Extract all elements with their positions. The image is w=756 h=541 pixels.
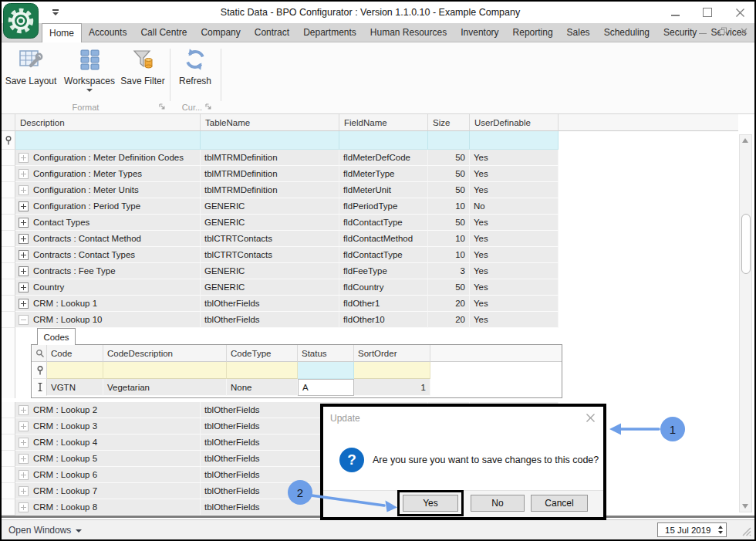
- scroll-down-icon[interactable]: [742, 504, 748, 509]
- question-icon: ?: [339, 448, 364, 472]
- table-row[interactable]: Configuration : Meter Definition Codes t…: [2, 150, 754, 166]
- expand-icon[interactable]: [19, 169, 29, 179]
- maximize-button[interactable]: [703, 8, 712, 17]
- yes-button[interactable]: Yes: [403, 495, 458, 512]
- spinner-up-icon[interactable]: [718, 526, 723, 529]
- subgrid-header-status[interactable]: Status: [298, 345, 354, 362]
- subgrid-header-codetype[interactable]: CodeType: [227, 345, 298, 362]
- subgrid-filter-codetype[interactable]: [227, 362, 298, 379]
- expand-icon[interactable]: [19, 470, 29, 480]
- subgrid-filter-code[interactable]: [47, 362, 103, 379]
- ribbon-restore-icon[interactable]: [719, 27, 727, 36]
- open-windows-button[interactable]: Open Windows: [8, 525, 82, 536]
- table-row[interactable]: Contracts : Fee Type GENERIC fldFeeType …: [2, 263, 754, 279]
- codetype-cell[interactable]: None: [227, 379, 298, 396]
- subgrid-data-row[interactable]: VGTN Vegetarian None A 1: [32, 379, 562, 396]
- chevron-down-icon: [76, 529, 82, 533]
- expand-icon[interactable]: [19, 282, 29, 292]
- subgrid-header-code[interactable]: Code: [47, 345, 103, 362]
- subgrid-filter-sortorder[interactable]: [354, 362, 430, 379]
- tab-contract[interactable]: Contract: [248, 23, 296, 42]
- tab-call-centre[interactable]: Call Centre: [133, 23, 194, 42]
- tab-codes[interactable]: Codes: [37, 328, 76, 345]
- filter-input-size[interactable]: [428, 131, 470, 150]
- tab-static-data[interactable]: Static Data: [753, 23, 756, 42]
- tab-scheduling[interactable]: Scheduling: [597, 23, 656, 42]
- save-filter-label: Save Filter: [120, 76, 164, 86]
- expand-icon[interactable]: [19, 201, 29, 211]
- ribbon-minimize-icon[interactable]: [699, 33, 707, 34]
- refresh-button[interactable]: Refresh: [174, 46, 216, 103]
- filter-input-description[interactable]: [15, 131, 201, 150]
- table-row[interactable]: Contact Types GENERIC fldContactType 50 …: [2, 215, 754, 231]
- column-header-tablename[interactable]: TableName: [201, 114, 339, 131]
- expand-icon[interactable]: [19, 502, 29, 512]
- subgrid-filter-codedescription[interactable]: [103, 362, 227, 379]
- expand-icon[interactable]: [19, 266, 29, 276]
- tab-accounts[interactable]: Accounts: [82, 23, 133, 42]
- no-button[interactable]: No: [471, 495, 525, 512]
- tab-company[interactable]: Company: [194, 23, 247, 42]
- dialog-launcher-icon[interactable]: [159, 103, 166, 110]
- expand-icon[interactable]: [19, 299, 29, 309]
- codedescription-cell[interactable]: Vegetarian: [103, 379, 227, 396]
- tab-home[interactable]: Home: [42, 23, 82, 42]
- resize-grip[interactable]: [741, 526, 751, 536]
- filter-input-tablename[interactable]: [201, 131, 339, 150]
- spinner-down-icon[interactable]: [718, 531, 723, 534]
- subgrid-header-codedescription[interactable]: CodeDescription: [103, 345, 227, 362]
- expand-icon[interactable]: [19, 405, 29, 415]
- expand-icon[interactable]: [19, 250, 29, 260]
- dialog-launcher-icon[interactable]: [205, 103, 212, 110]
- date-picker[interactable]: 15 Jul 2019: [657, 522, 727, 537]
- expand-icon[interactable]: [19, 438, 29, 448]
- expand-icon[interactable]: [19, 421, 29, 431]
- filter-input-fieldname[interactable]: [339, 131, 428, 150]
- table-row[interactable]: Configuration : Meter Types tblMTRMDefin…: [2, 166, 754, 182]
- scrollbar-thumb[interactable]: [741, 214, 751, 274]
- table-row[interactable]: Contracts : Contact Types tblCTRTContact…: [2, 247, 754, 263]
- workspaces-button[interactable]: Workspaces: [62, 46, 117, 103]
- code-cell[interactable]: VGTN: [47, 379, 103, 396]
- close-button[interactable]: [735, 8, 745, 18]
- quick-access-caret-icon[interactable]: [52, 9, 59, 15]
- table-row[interactable]: Configuration : Period Type GENERIC fldP…: [2, 198, 754, 215]
- ribbon-close-icon[interactable]: [740, 27, 748, 36]
- table-row[interactable]: Country GENERIC fldCountry 50 Yes: [2, 279, 754, 296]
- expand-icon[interactable]: [19, 315, 29, 325]
- tab-security[interactable]: Security: [656, 23, 704, 42]
- table-row[interactable]: CRM : Lookup 10 tblOtherFields fldOther1…: [2, 312, 754, 328]
- column-header-fieldname[interactable]: FieldName: [339, 114, 428, 131]
- expand-icon[interactable]: [19, 153, 29, 163]
- scroll-up-icon[interactable]: [742, 138, 748, 143]
- tab-human-resources[interactable]: Human Resources: [363, 23, 454, 42]
- tab-inventory[interactable]: Inventory: [454, 23, 505, 42]
- userdefinable-cell: Yes: [470, 231, 559, 247]
- table-row[interactable]: CRM : Lookup 1 tblOtherFields fldOther1 …: [2, 296, 754, 312]
- column-header-userdefinable[interactable]: UserDefinable: [470, 114, 559, 131]
- subgrid-header-sortorder[interactable]: SortOrder: [354, 345, 430, 362]
- cancel-button[interactable]: Cancel: [531, 495, 588, 512]
- tab-sales[interactable]: Sales: [560, 23, 597, 42]
- vertical-scrollbar[interactable]: [739, 134, 752, 512]
- tab-reporting[interactable]: Reporting: [506, 23, 560, 42]
- table-row[interactable]: Configuration : Meter Units tblMTRMDefin…: [2, 182, 754, 198]
- save-layout-button[interactable]: Save Layout: [5, 46, 57, 103]
- table-row[interactable]: Contracts : Contact Method tblCTRTContac…: [2, 231, 754, 247]
- minimize-button[interactable]: [671, 15, 680, 15]
- expand-icon[interactable]: [19, 234, 29, 244]
- filter-input-userdefinable[interactable]: [470, 131, 559, 150]
- status-cell-focused[interactable]: A: [298, 379, 354, 396]
- sortorder-cell[interactable]: 1: [354, 379, 430, 396]
- save-filter-button[interactable]: Save Filter: [119, 46, 167, 103]
- expand-icon[interactable]: [19, 185, 29, 195]
- column-header-description[interactable]: Description: [15, 114, 201, 131]
- expand-icon[interactable]: [19, 486, 29, 496]
- tab-departments[interactable]: Departments: [296, 23, 363, 42]
- column-header-size[interactable]: Size: [428, 114, 470, 131]
- expand-icon[interactable]: [19, 218, 29, 228]
- date-spinner[interactable]: [718, 526, 723, 534]
- dialog-close-icon[interactable]: [586, 413, 596, 423]
- expand-icon[interactable]: [19, 454, 29, 464]
- subgrid-filter-status[interactable]: [298, 362, 354, 379]
